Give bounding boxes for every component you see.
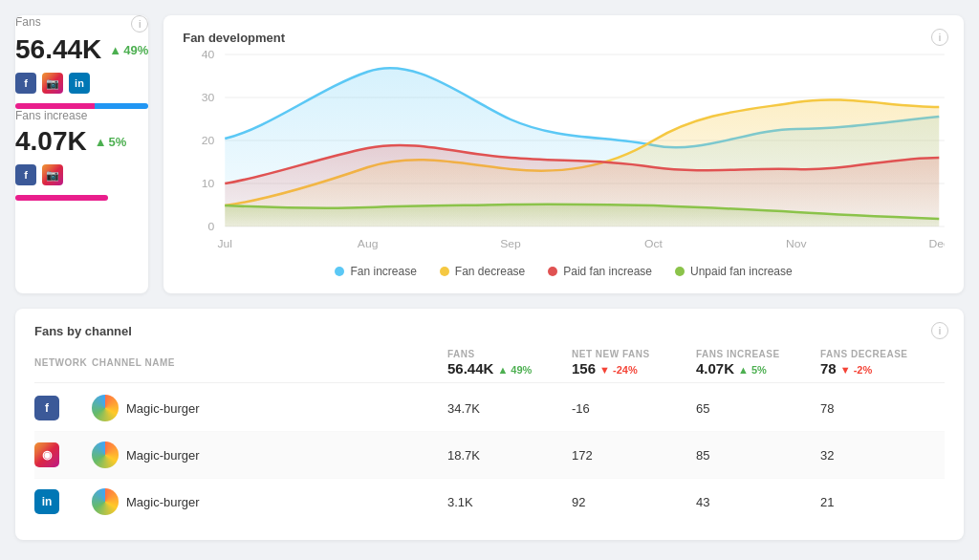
fans-left-panel: Fans i 56.44K ▲ 49% f 📷 in [15, 15, 148, 293]
col-faninc-header: Fans Increase 4.07K ▲ 5% [696, 346, 820, 377]
svg-text:Jul: Jul [218, 238, 233, 249]
fans-by-channel-card: Fans by channel i Network Channel Name F… [15, 309, 964, 540]
top-row: Fans i 56.44K ▲ 49% f 📷 in [15, 15, 964, 293]
fans-by-channel-info-icon[interactable]: i [931, 322, 948, 339]
fans-increase-bar [15, 195, 108, 201]
dashboard: Fans i 56.44K ▲ 49% f 📷 in [15, 15, 964, 540]
fans-increase-trend: ▲ 5% [95, 135, 127, 149]
row-fans: 3.1K [447, 495, 572, 509]
fans-header-trend: ▲ 49% [497, 364, 532, 376]
legend-unpaid-dot [675, 267, 685, 276]
row-faninc: 85 [696, 448, 820, 463]
channel-avatar [92, 442, 119, 468]
fans-inc-ig-icon[interactable]: 📷 [42, 164, 63, 185]
fan-dev-chart: 40 30 20 10 0 Jul Aug Sep Oct Nov Dec [183, 45, 945, 255]
row-fandec: 78 [820, 401, 945, 416]
fandec-header-trend: ▼ -2% [840, 364, 873, 376]
legend-fan-increase: Fan increase [335, 265, 416, 278]
row-faninc: 43 [696, 495, 820, 509]
fans-ig-icon[interactable]: 📷 [42, 73, 63, 94]
legend-unpaid-fan-increase: Unpaid fan increase [675, 265, 793, 278]
fan-dev-title: Fan development [183, 31, 285, 45]
row-channel: Magic-burger [92, 442, 447, 468]
svg-text:Sep: Sep [500, 238, 521, 249]
fans-fb-icon[interactable]: f [15, 73, 36, 94]
channel-avatar [92, 395, 119, 421]
legend-fan-decrease-label: Fan decrease [455, 265, 525, 278]
col-fans-header: Fans 56.44K ▲ 49% [447, 346, 572, 377]
legend-unpaid-label: Unpaid fan increase [690, 265, 793, 278]
chart-legend: Fan increase Fan decrease Paid fan incre… [183, 265, 945, 278]
fans-info-icon[interactable]: i [131, 15, 148, 32]
netnew-header-trend: ▼ -24% [599, 364, 638, 376]
svg-text:10: 10 [202, 178, 215, 189]
svg-text:0: 0 [208, 221, 215, 232]
chart-area: 40 30 20 10 0 Jul Aug Sep Oct Nov Dec [183, 45, 945, 255]
col-channel-header: Channel Name [92, 355, 447, 369]
fan-dev-info-icon[interactable]: i [931, 29, 948, 46]
legend-fan-decrease: Fan decrease [440, 265, 525, 278]
svg-text:40: 40 [202, 49, 215, 60]
table-row: in Magic-burger 3.1K 92 43 21 [34, 479, 945, 525]
legend-fan-decrease-dot [440, 267, 449, 276]
faninc-header-trend: ▲ 5% [738, 364, 767, 376]
channel-avatar [92, 488, 119, 515]
row-fandec: 21 [820, 495, 945, 509]
svg-text:20: 20 [202, 135, 215, 146]
channel-name: Magic-burger [126, 495, 200, 509]
fans-by-channel-title: Fans by channel [34, 324, 132, 338]
legend-fan-increase-label: Fan increase [350, 265, 416, 278]
fans-increase-progress-bars [15, 195, 148, 201]
table-header: Network Channel Name Fans 56.44K ▲ 49% N… [34, 338, 945, 383]
legend-fan-increase-dot [335, 267, 344, 276]
fans-inc-fb-icon[interactable]: f [15, 164, 36, 185]
fans-increase-box: Fans increase 4.07K ▲ 5% f 📷 [15, 109, 148, 201]
network-icon-fb: f [34, 396, 59, 420]
legend-paid-fan-increase: Paid fan increase [548, 265, 652, 278]
fans-social-icons: f 📷 in [15, 73, 148, 94]
table-row: f Magic-burger 34.7K -16 65 78 [34, 385, 945, 432]
row-netnew: 92 [572, 495, 696, 509]
channel-name: Magic-burger [126, 401, 200, 416]
fans-box: Fans i 56.44K ▲ 49% f 📷 in [15, 15, 148, 109]
svg-text:Nov: Nov [786, 238, 807, 249]
row-network: f [34, 396, 92, 420]
fans-li-icon[interactable]: in [69, 73, 90, 94]
fans-increase-social-icons: f 📷 [15, 164, 148, 185]
fans-value: 56.44K ▲ 49% [15, 34, 148, 65]
row-fans: 18.7K [447, 448, 572, 463]
row-fans: 34.7K [447, 401, 572, 416]
fans-increase-value: 4.07K ▲ 5% [15, 126, 148, 157]
row-netnew: 172 [572, 448, 696, 463]
fans-trend: ▲ 49% [109, 43, 148, 57]
legend-paid-label: Paid fan increase [563, 265, 652, 278]
network-icon-ig: ◉ [34, 442, 59, 467]
fans-increase-label: Fans increase [15, 109, 148, 122]
col-netnew-header: Net New Fans 156 ▼ -24% [572, 346, 696, 377]
svg-text:Aug: Aug [358, 238, 379, 249]
row-channel: Magic-burger [92, 395, 447, 421]
row-network: in [34, 489, 92, 514]
svg-text:Dec: Dec [929, 238, 945, 249]
col-fandec-header: Fans Decrease 78 ▼ -2% [820, 346, 945, 377]
row-faninc: 65 [696, 401, 820, 416]
row-fandec: 32 [820, 448, 945, 463]
channel-name: Magic-burger [126, 448, 200, 463]
svg-text:30: 30 [202, 92, 215, 103]
row-network: ◉ [34, 442, 92, 467]
table-row: ◉ Magic-burger 18.7K 172 85 32 [34, 432, 945, 479]
svg-text:Oct: Oct [644, 238, 664, 249]
fan-development-card: Fan development i 40 30 20 10 0 [163, 15, 964, 293]
table-body: f Magic-burger 34.7K -16 65 78 ◉ Magic-b… [34, 385, 945, 525]
fans-label: Fans [15, 15, 41, 29]
col-network-header: Network [34, 355, 92, 369]
legend-paid-dot [548, 267, 557, 276]
network-icon-li: in [34, 489, 59, 514]
row-netnew: -16 [572, 401, 696, 416]
row-channel: Magic-burger [92, 488, 447, 515]
